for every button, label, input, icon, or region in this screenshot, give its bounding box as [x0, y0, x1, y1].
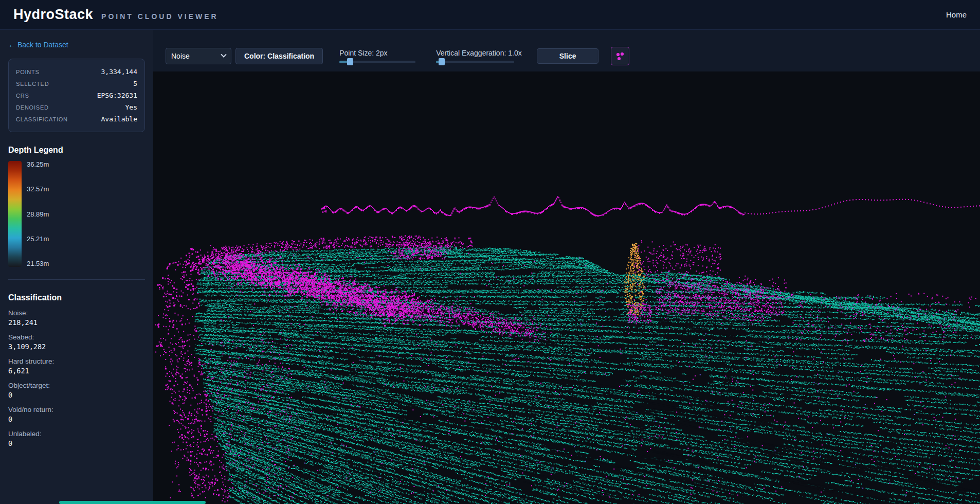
- classification-label: Hard structure:: [8, 357, 145, 365]
- stat-label: DENOISED: [16, 104, 49, 111]
- app-title: HydroStack: [13, 7, 93, 23]
- classification-value: 218,241: [8, 318, 145, 327]
- depth-gradient-bar: [8, 161, 22, 267]
- stat-row-points: POINTS 3,334,144: [16, 66, 137, 78]
- color-mode-button[interactable]: Color: Classification: [235, 48, 323, 64]
- stat-label: CLASSIFICATION: [16, 116, 68, 122]
- point-cloud-viewport: [153, 71, 980, 504]
- app-subtitle: POINT CLOUD VIEWER: [101, 12, 219, 21]
- point-cloud-icon: [614, 50, 626, 62]
- vertical-exaggeration-label: Vertical Exaggeration: 1.0x: [436, 49, 514, 57]
- stat-value: EPSG:32631: [97, 92, 137, 99]
- app-header: HydroStack POINT CLOUD VIEWER Home: [0, 0, 980, 30]
- stat-row-classification: CLASSIFICATION Available: [16, 113, 137, 125]
- sidebar-divider: [8, 279, 145, 280]
- stat-row-selected: SELECTED 5: [16, 78, 137, 89]
- point-size-slider-thumb[interactable]: [347, 58, 353, 65]
- stat-value: 5: [133, 80, 137, 87]
- stat-label: POINTS: [16, 69, 40, 75]
- classification-item-object-target: Object/target: 0: [8, 382, 145, 399]
- stat-value: 3,334,144: [101, 68, 137, 76]
- layer-select-value: Noise: [171, 52, 190, 60]
- classification-item-noise: Noise: 218,241: [8, 309, 145, 327]
- classification-list: Noise: 218,241 Seabed: 3,109,282 Hard st…: [8, 309, 145, 447]
- classification-value: 0: [8, 439, 145, 447]
- point-size-label: Point Size: 2px: [339, 49, 415, 57]
- depth-tick: 28.89m: [27, 211, 49, 218]
- stat-value: Available: [101, 115, 137, 123]
- point-cloud-canvas[interactable]: [153, 71, 980, 504]
- point-size-slider[interactable]: [339, 61, 415, 63]
- classification-value: 6,621: [8, 367, 145, 375]
- depth-legend: 36.25m 32.57m 28.89m 25.21m 21.53m: [8, 161, 145, 267]
- classification-label: Void/no return:: [8, 406, 145, 413]
- depth-tick: 21.53m: [27, 260, 49, 267]
- classification-item-hard-structure: Hard structure: 6,621: [8, 357, 145, 375]
- viewer-toolbar: Noise Color: Classification Point Size: …: [153, 30, 980, 71]
- classification-value: 0: [8, 415, 145, 423]
- stat-value: Yes: [125, 103, 137, 111]
- depth-tick: 32.57m: [27, 186, 49, 192]
- vertical-exaggeration-control: Vertical Exaggeration: 1.0x: [436, 49, 514, 63]
- vertical-exaggeration-slider-thumb[interactable]: [439, 58, 445, 65]
- stat-row-crs: CRS EPSG:32631: [16, 89, 137, 101]
- depth-tick: 36.25m: [27, 161, 49, 168]
- nav-home-link[interactable]: Home: [946, 10, 967, 19]
- viewer-panel: Noise Color: Classification Point Size: …: [153, 30, 980, 504]
- classification-value: 3,109,282: [8, 343, 145, 351]
- classification-item-seabed: Seabed: 3,109,282: [8, 333, 145, 351]
- depth-legend-title: Depth Legend: [8, 146, 145, 155]
- app-root: HydroStack POINT CLOUD VIEWER Home ← Bac…: [0, 0, 980, 504]
- horizontal-scrollbar-thumb[interactable]: [59, 501, 206, 504]
- stat-label: CRS: [16, 93, 29, 99]
- classification-label: Object/target:: [8, 382, 145, 389]
- classification-label: Seabed:: [8, 333, 145, 341]
- classification-item-unlabeled: Unlabeled: 0: [8, 430, 145, 447]
- classification-label: Noise:: [8, 309, 145, 317]
- layer-select[interactable]: Noise: [166, 48, 231, 64]
- point-cloud-tool-button[interactable]: [611, 47, 629, 65]
- back-to-dataset-link[interactable]: ← Back to Dataset: [8, 41, 68, 49]
- slice-button[interactable]: Slice: [537, 48, 598, 64]
- stat-row-denoised: DENOISED Yes: [16, 101, 137, 113]
- depth-tick: 25.21m: [27, 236, 49, 242]
- stat-label: SELECTED: [16, 81, 49, 87]
- depth-legend-ticks: 36.25m 32.57m 28.89m 25.21m 21.53m: [27, 161, 49, 267]
- dataset-stats-card: POINTS 3,334,144 SELECTED 5 CRS EPSG:326…: [8, 59, 145, 132]
- point-size-control: Point Size: 2px: [339, 49, 415, 63]
- classification-value: 0: [8, 391, 145, 399]
- sidebar: ← Back to Dataset POINTS 3,334,144 SELEC…: [0, 30, 153, 504]
- chevron-down-icon: [221, 51, 226, 57]
- classification-label: Unlabeled:: [8, 430, 145, 438]
- vertical-exaggeration-slider[interactable]: [436, 61, 514, 63]
- classification-item-void: Void/no return: 0: [8, 406, 145, 423]
- classification-title: Classification: [8, 293, 145, 302]
